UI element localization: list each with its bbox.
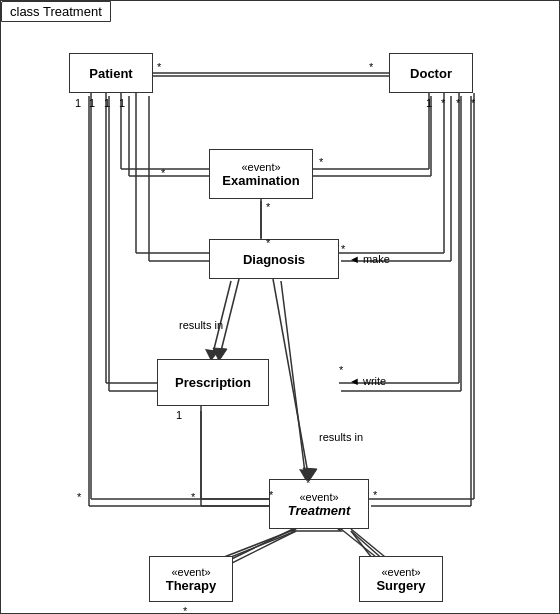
mult-d4: * bbox=[471, 97, 475, 109]
diagnosis-label: Diagnosis bbox=[243, 252, 305, 267]
mult-p3: 1 bbox=[104, 97, 110, 109]
prescription-label: Prescription bbox=[175, 375, 251, 390]
patient-label: Patient bbox=[89, 66, 132, 81]
mult-therapy-bottom: * bbox=[183, 605, 187, 614]
treatment-label: Treatment bbox=[288, 503, 351, 518]
mult-pat-treat: * bbox=[77, 491, 81, 503]
write-label: ◄ write bbox=[349, 375, 386, 387]
results-in-diag-label: results in bbox=[179, 319, 223, 331]
therapy-label: Therapy bbox=[166, 578, 217, 593]
prescription-box: Prescription bbox=[157, 359, 269, 406]
therapy-box: «event» Therapy bbox=[149, 556, 233, 602]
treatment-stereotype: «event» bbox=[299, 491, 338, 503]
doctor-box: Doctor bbox=[389, 53, 473, 93]
examination-box: «event» Examination bbox=[209, 149, 313, 199]
diagram-title: class Treatment bbox=[1, 1, 111, 22]
mult-d3: * bbox=[456, 97, 460, 109]
doctor-label: Doctor bbox=[410, 66, 452, 81]
mult-patient-doctor-left: * bbox=[157, 61, 161, 73]
mult-diag-make: * bbox=[341, 243, 345, 255]
results-in-treat-label: results in bbox=[319, 431, 363, 443]
mult-treat-right: * bbox=[373, 489, 377, 501]
mult-diag-top: * bbox=[266, 237, 270, 249]
mult-exam-doctor: * bbox=[319, 156, 323, 168]
mult-exam-bottom: * bbox=[266, 201, 270, 213]
mult-treat-left: * bbox=[269, 489, 273, 501]
diagram-container: class Treatment bbox=[0, 0, 560, 614]
treatment-box: «event» Treatment bbox=[269, 479, 369, 529]
diagnosis-box: Diagnosis bbox=[209, 239, 339, 279]
therapy-stereotype: «event» bbox=[171, 566, 210, 578]
svg-line-52 bbox=[273, 279, 309, 479]
mult-d1: 1 bbox=[426, 97, 432, 109]
mult-pres-treat: * bbox=[191, 491, 195, 503]
mult-exam-patient: * bbox=[161, 167, 165, 179]
surgery-label: Surgery bbox=[376, 578, 425, 593]
make-label: ◄ make bbox=[349, 253, 390, 265]
mult-p2: 1 bbox=[89, 97, 95, 109]
surgery-stereotype: «event» bbox=[381, 566, 420, 578]
mult-pres-write: * bbox=[339, 364, 343, 376]
mult-p1: 1 bbox=[75, 97, 81, 109]
mult-patient-doctor-right: * bbox=[369, 61, 373, 73]
examination-stereotype: «event» bbox=[241, 161, 280, 173]
svg-line-20 bbox=[281, 281, 306, 481]
mult-p4: 1 bbox=[119, 97, 125, 109]
mult-d2: * bbox=[441, 97, 445, 109]
mult-treat-top: * bbox=[306, 477, 310, 489]
surgery-box: «event» Surgery bbox=[359, 556, 443, 602]
examination-label: Examination bbox=[222, 173, 299, 188]
mult-pres-bottom: 1 bbox=[176, 409, 182, 421]
patient-box: Patient bbox=[69, 53, 153, 93]
